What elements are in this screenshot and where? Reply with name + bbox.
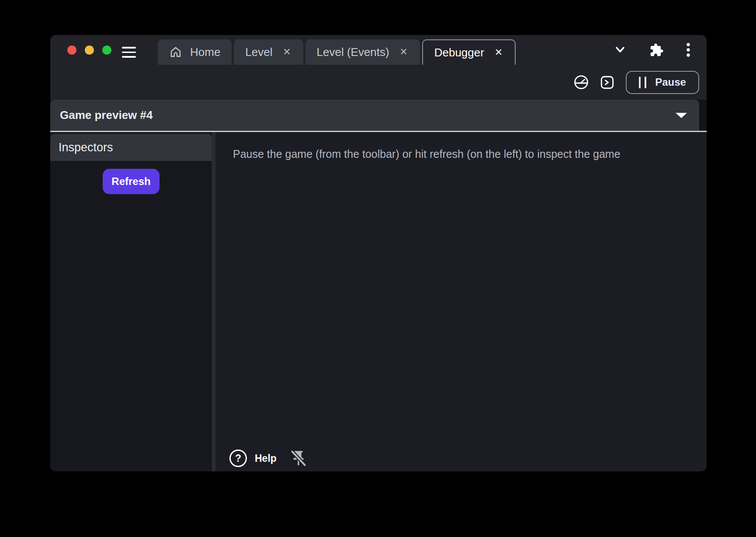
close-window-button[interactable] <box>67 45 76 55</box>
pin-disabled-icon <box>290 450 307 467</box>
kebab-menu-icon <box>686 42 691 58</box>
hamburger-menu-icon[interactable] <box>122 47 136 58</box>
inspectors-tab-label: Inspectors <box>59 141 113 154</box>
game-preview-selector[interactable]: Game preview #4 <box>50 100 699 131</box>
more-options-button[interactable] <box>686 42 691 58</box>
profiler-button[interactable] <box>574 75 589 90</box>
close-tab-icon[interactable]: ✕ <box>399 47 409 57</box>
tab-label: Home <box>190 45 220 59</box>
help-button[interactable]: ? Help <box>229 450 277 467</box>
debugger-body: Inspectors Refresh Pause the game (from … <box>50 132 707 471</box>
home-icon <box>169 45 182 59</box>
tab-level[interactable]: Level ✕ <box>234 39 303 65</box>
inspector-content-panel: Pause the game (from the toolbar) or hit… <box>215 132 707 471</box>
title-bar: Home Level ✕ Level (Events) ✕ Debugger ✕ <box>50 35 707 65</box>
dropdown-caret-icon <box>676 113 687 118</box>
tabs-overflow-button[interactable] <box>613 44 628 56</box>
refresh-button-label: Refresh <box>111 175 150 188</box>
pause-button[interactable]: Pause <box>626 71 699 94</box>
pause-icon <box>639 77 646 88</box>
tab-level-events[interactable]: Level (Events) ✕ <box>305 39 420 65</box>
tab-label: Level (Events) <box>317 45 389 59</box>
inspectors-sidebar: Inspectors Refresh <box>50 132 212 471</box>
question-mark-icon: ? <box>229 450 247 467</box>
bottom-actions: ? Help <box>229 450 307 467</box>
inspectors-tab[interactable]: Inspectors <box>50 134 212 161</box>
tab-home[interactable]: Home <box>158 39 232 65</box>
panel-resize-handle[interactable] <box>212 132 215 471</box>
tab-strip: Home Level ✕ Level (Events) ✕ Debugger ✕ <box>158 39 516 65</box>
console-button[interactable] <box>600 75 614 90</box>
tab-label: Debugger <box>434 46 484 59</box>
refresh-button[interactable]: Refresh <box>103 169 160 194</box>
chevron-down-icon <box>613 44 628 56</box>
puzzle-piece-icon <box>649 43 664 57</box>
terminal-icon <box>600 75 614 90</box>
pause-button-label: Pause <box>655 76 686 88</box>
debugger-toolbar: Pause <box>50 65 707 100</box>
game-preview-title: Game preview #4 <box>60 108 676 122</box>
empty-state-message: Pause the game (from the toolbar) or hit… <box>233 147 694 161</box>
help-button-label: Help <box>255 453 277 464</box>
close-tab-icon[interactable]: ✕ <box>282 47 292 57</box>
extensions-button[interactable] <box>649 43 664 57</box>
app-window: Home Level ✕ Level (Events) ✕ Debugger ✕ <box>50 35 707 471</box>
minimize-window-button[interactable] <box>85 45 94 55</box>
unpin-panel-button[interactable] <box>290 450 307 467</box>
tab-label: Level <box>245 45 272 59</box>
speedometer-icon <box>574 75 589 90</box>
titlebar-actions <box>613 35 691 65</box>
traffic-lights <box>67 45 111 55</box>
close-tab-icon[interactable]: ✕ <box>494 48 503 57</box>
zoom-window-button[interactable] <box>102 45 111 55</box>
tab-debugger[interactable]: Debugger ✕ <box>422 39 516 65</box>
